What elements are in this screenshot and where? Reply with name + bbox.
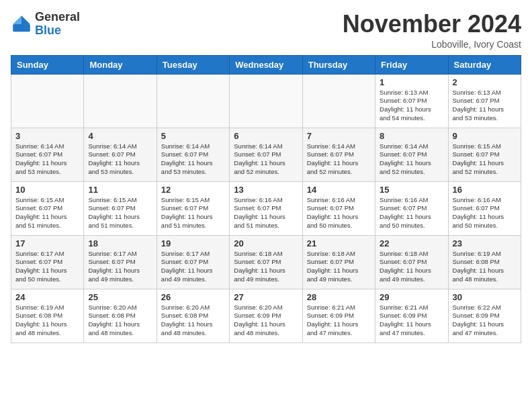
svg-marker-0 <box>21 15 30 24</box>
day-number: 8 <box>380 131 443 141</box>
day-number: 29 <box>380 292 443 302</box>
day-info: Sunrise: 6:16 AMSunset: 6:07 PMDaylight:… <box>453 196 517 230</box>
logo: General Blue <box>11 11 80 38</box>
day-number: 24 <box>15 292 79 302</box>
day-number: 26 <box>161 292 225 302</box>
day-number: 30 <box>453 292 517 302</box>
calendar-cell: 15Sunrise: 6:16 AMSunset: 6:07 PMDayligh… <box>375 181 448 235</box>
calendar-cell: 6Sunrise: 6:14 AMSunset: 6:07 PMDaylight… <box>230 128 302 181</box>
day-number: 27 <box>234 292 298 302</box>
day-info: Sunrise: 6:15 AMSunset: 6:07 PMDaylight:… <box>15 196 79 230</box>
day-info: Sunrise: 6:21 AMSunset: 6:09 PMDaylight:… <box>380 304 443 338</box>
calendar-cell: 30Sunrise: 6:22 AMSunset: 6:09 PMDayligh… <box>448 289 521 342</box>
day-info: Sunrise: 6:18 AMSunset: 6:07 PMDaylight:… <box>307 250 371 284</box>
day-number: 3 <box>15 131 79 141</box>
day-number: 7 <box>307 131 371 141</box>
calendar-cell: 23Sunrise: 6:19 AMSunset: 6:08 PMDayligh… <box>448 235 521 289</box>
day-number: 28 <box>307 292 371 302</box>
calendar-cell: 18Sunrise: 6:17 AMSunset: 6:07 PMDayligh… <box>84 235 157 289</box>
day-number: 17 <box>15 238 79 248</box>
col-header-saturday: Saturday <box>448 55 521 74</box>
day-number: 2 <box>453 77 517 87</box>
day-number: 21 <box>307 238 371 248</box>
day-info: Sunrise: 6:15 AMSunset: 6:07 PMDaylight:… <box>161 196 225 230</box>
calendar-cell <box>11 74 84 128</box>
day-number: 22 <box>380 238 443 248</box>
calendar-cell: 7Sunrise: 6:14 AMSunset: 6:07 PMDaylight… <box>302 128 375 181</box>
calendar-cell: 14Sunrise: 6:16 AMSunset: 6:07 PMDayligh… <box>302 181 375 235</box>
day-number: 1 <box>380 77 443 87</box>
calendar-cell <box>230 74 302 128</box>
day-info: Sunrise: 6:13 AMSunset: 6:07 PMDaylight:… <box>380 89 443 123</box>
logo-text: General Blue <box>35 11 80 38</box>
calendar-week-row: 1Sunrise: 6:13 AMSunset: 6:07 PMDaylight… <box>11 74 521 128</box>
calendar-cell: 2Sunrise: 6:13 AMSunset: 6:07 PMDaylight… <box>448 74 521 128</box>
month-title: November 2024 <box>343 11 521 38</box>
location: Loboville, Ivory Coast <box>343 39 521 50</box>
day-info: Sunrise: 6:17 AMSunset: 6:07 PMDaylight:… <box>161 250 225 284</box>
calendar-cell: 22Sunrise: 6:18 AMSunset: 6:07 PMDayligh… <box>375 235 448 289</box>
calendar-cell: 5Sunrise: 6:14 AMSunset: 6:07 PMDaylight… <box>157 128 229 181</box>
col-header-tuesday: Tuesday <box>157 55 229 74</box>
calendar-cell: 10Sunrise: 6:15 AMSunset: 6:07 PMDayligh… <box>11 181 84 235</box>
calendar-cell: 21Sunrise: 6:18 AMSunset: 6:07 PMDayligh… <box>302 235 375 289</box>
calendar-cell: 1Sunrise: 6:13 AMSunset: 6:07 PMDaylight… <box>375 74 448 128</box>
page-header: General Blue November 2024 Loboville, Iv… <box>11 11 521 50</box>
calendar-cell <box>302 74 375 128</box>
svg-rect-2 <box>13 24 30 32</box>
day-number: 5 <box>161 131 225 141</box>
calendar-cell: 4Sunrise: 6:14 AMSunset: 6:07 PMDaylight… <box>84 128 157 181</box>
day-info: Sunrise: 6:21 AMSunset: 6:09 PMDaylight:… <box>307 304 371 338</box>
day-number: 11 <box>88 185 152 195</box>
day-number: 12 <box>161 185 225 195</box>
day-info: Sunrise: 6:14 AMSunset: 6:07 PMDaylight:… <box>15 142 79 177</box>
calendar-cell: 8Sunrise: 6:14 AMSunset: 6:07 PMDaylight… <box>375 128 448 181</box>
calendar-cell: 13Sunrise: 6:16 AMSunset: 6:07 PMDayligh… <box>230 181 302 235</box>
col-header-monday: Monday <box>84 55 157 74</box>
day-info: Sunrise: 6:18 AMSunset: 6:07 PMDaylight:… <box>380 250 443 284</box>
day-info: Sunrise: 6:16 AMSunset: 6:07 PMDaylight:… <box>307 196 371 230</box>
calendar-cell <box>84 74 157 128</box>
day-info: Sunrise: 6:15 AMSunset: 6:07 PMDaylight:… <box>88 196 152 230</box>
day-info: Sunrise: 6:13 AMSunset: 6:07 PMDaylight:… <box>453 89 517 123</box>
calendar-cell: 20Sunrise: 6:18 AMSunset: 6:07 PMDayligh… <box>230 235 302 289</box>
calendar-week-row: 17Sunrise: 6:17 AMSunset: 6:07 PMDayligh… <box>11 235 521 289</box>
day-number: 6 <box>234 131 298 141</box>
day-info: Sunrise: 6:20 AMSunset: 6:09 PMDaylight:… <box>234 304 298 338</box>
day-info: Sunrise: 6:17 AMSunset: 6:07 PMDaylight:… <box>15 250 79 284</box>
calendar-cell: 26Sunrise: 6:20 AMSunset: 6:08 PMDayligh… <box>157 289 229 342</box>
day-number: 4 <box>88 131 152 141</box>
calendar-cell: 27Sunrise: 6:20 AMSunset: 6:09 PMDayligh… <box>230 289 302 342</box>
day-number: 19 <box>161 238 225 248</box>
col-header-friday: Friday <box>375 55 448 74</box>
day-info: Sunrise: 6:14 AMSunset: 6:07 PMDaylight:… <box>307 142 371 177</box>
day-number: 23 <box>453 238 517 248</box>
day-info: Sunrise: 6:17 AMSunset: 6:07 PMDaylight:… <box>88 250 152 284</box>
day-info: Sunrise: 6:14 AMSunset: 6:07 PMDaylight:… <box>380 142 443 177</box>
day-info: Sunrise: 6:15 AMSunset: 6:07 PMDaylight:… <box>453 142 517 177</box>
col-header-sunday: Sunday <box>11 55 84 74</box>
calendar-header-row: SundayMondayTuesdayWednesdayThursdayFrid… <box>11 55 521 74</box>
col-header-thursday: Thursday <box>302 55 375 74</box>
day-number: 13 <box>234 185 298 195</box>
calendar-cell: 19Sunrise: 6:17 AMSunset: 6:07 PMDayligh… <box>157 235 229 289</box>
day-number: 15 <box>380 185 443 195</box>
calendar-cell: 24Sunrise: 6:19 AMSunset: 6:08 PMDayligh… <box>11 289 84 342</box>
day-number: 10 <box>15 185 79 195</box>
day-info: Sunrise: 6:16 AMSunset: 6:07 PMDaylight:… <box>380 196 443 230</box>
calendar-cell: 17Sunrise: 6:17 AMSunset: 6:07 PMDayligh… <box>11 235 84 289</box>
day-info: Sunrise: 6:16 AMSunset: 6:07 PMDaylight:… <box>234 196 298 230</box>
calendar-week-row: 3Sunrise: 6:14 AMSunset: 6:07 PMDaylight… <box>11 128 521 181</box>
calendar-cell: 25Sunrise: 6:20 AMSunset: 6:08 PMDayligh… <box>84 289 157 342</box>
calendar-week-row: 24Sunrise: 6:19 AMSunset: 6:08 PMDayligh… <box>11 289 521 342</box>
day-number: 16 <box>453 185 517 195</box>
day-number: 18 <box>88 238 152 248</box>
day-info: Sunrise: 6:19 AMSunset: 6:08 PMDaylight:… <box>15 304 79 338</box>
day-info: Sunrise: 6:14 AMSunset: 6:07 PMDaylight:… <box>234 142 298 177</box>
calendar-week-row: 10Sunrise: 6:15 AMSunset: 6:07 PMDayligh… <box>11 181 521 235</box>
svg-marker-1 <box>13 15 21 24</box>
day-number: 25 <box>88 292 152 302</box>
calendar-cell: 28Sunrise: 6:21 AMSunset: 6:09 PMDayligh… <box>302 289 375 342</box>
day-info: Sunrise: 6:18 AMSunset: 6:07 PMDaylight:… <box>234 250 298 284</box>
calendar-cell: 16Sunrise: 6:16 AMSunset: 6:07 PMDayligh… <box>448 181 521 235</box>
